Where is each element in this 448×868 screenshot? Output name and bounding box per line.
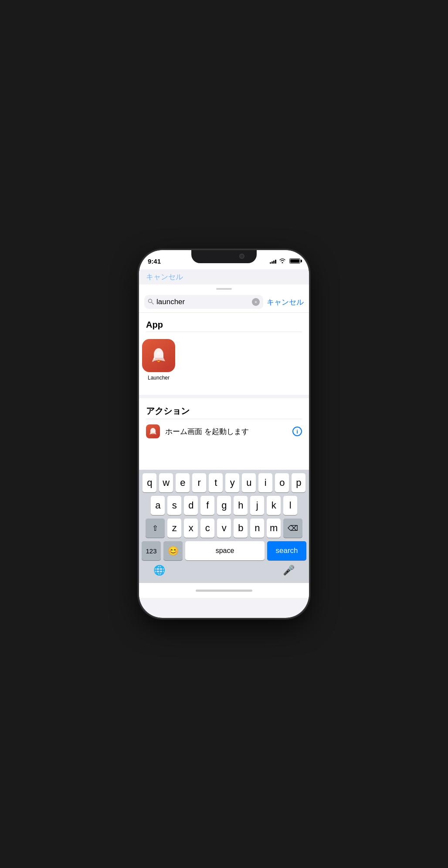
empty-area bbox=[139, 444, 309, 470]
status-time: 9:41 bbox=[148, 258, 161, 265]
launcher-app-name: Launcher bbox=[148, 375, 170, 381]
key-c[interactable]: c bbox=[200, 519, 214, 538]
search-icon bbox=[148, 298, 154, 306]
top-bar-blur: キャンセル bbox=[139, 269, 309, 285]
key-u[interactable]: u bbox=[242, 473, 256, 492]
key-r[interactable]: r bbox=[192, 473, 206, 492]
signal-icon bbox=[270, 258, 276, 264]
keyboard-row-3: ⇧ z x c v b n m ⌫ bbox=[140, 519, 308, 538]
action-section: アクション ホーム画面 を起動します i bbox=[139, 395, 309, 444]
keyboard-row-4: 123 😊 space search bbox=[140, 541, 308, 560]
key-d[interactable]: d bbox=[184, 496, 198, 515]
key-f[interactable]: f bbox=[200, 496, 214, 515]
globe-icon[interactable]: 🌐 bbox=[153, 565, 165, 576]
search-bar-container: launcher × キャンセル bbox=[139, 292, 309, 313]
key-x[interactable]: x bbox=[184, 519, 198, 538]
key-s[interactable]: s bbox=[167, 496, 181, 515]
cancel-button[interactable]: キャンセル bbox=[267, 297, 304, 307]
app-section: App bbox=[139, 313, 309, 388]
status-icons bbox=[270, 258, 300, 264]
action-result-0[interactable]: ホーム画面 を起動します i bbox=[139, 419, 309, 444]
svg-line-1 bbox=[152, 302, 153, 304]
phone-frame: 9:41 bbox=[139, 250, 309, 618]
action-info-button-0[interactable]: i bbox=[292, 427, 302, 436]
key-a[interactable]: a bbox=[151, 496, 165, 515]
search-input[interactable]: launcher bbox=[156, 298, 249, 306]
key-l[interactable]: l bbox=[283, 496, 297, 515]
key-g[interactable]: g bbox=[217, 496, 231, 515]
key-o[interactable]: o bbox=[275, 473, 289, 492]
main-content: App bbox=[139, 313, 309, 470]
key-q[interactable]: q bbox=[143, 473, 156, 492]
action-text-0: ホーム画面 を起動します bbox=[165, 427, 287, 437]
key-h[interactable]: h bbox=[234, 496, 248, 515]
key-y[interactable]: y bbox=[225, 473, 239, 492]
wifi-icon bbox=[279, 258, 286, 264]
key-t[interactable]: t bbox=[209, 473, 223, 492]
svg-point-4 bbox=[151, 433, 152, 434]
key-m[interactable]: m bbox=[267, 519, 281, 538]
home-indicator bbox=[139, 583, 309, 598]
key-i[interactable]: i bbox=[258, 473, 272, 492]
key-shift[interactable]: ⇧ bbox=[146, 519, 165, 538]
action-section-title: アクション bbox=[139, 398, 309, 419]
key-delete[interactable]: ⌫ bbox=[283, 519, 302, 538]
app-section-title: App bbox=[139, 313, 309, 332]
keyboard-row-2: a s d f g h j k l bbox=[140, 496, 308, 515]
handle-bar bbox=[216, 288, 232, 290]
app-result-launcher[interactable]: Launcher bbox=[139, 332, 178, 388]
clear-button[interactable]: × bbox=[252, 298, 260, 306]
key-123[interactable]: 123 bbox=[142, 541, 161, 560]
notch bbox=[191, 250, 257, 263]
keyboard-bottom: 🌐 🎤 bbox=[140, 562, 308, 581]
key-b[interactable]: b bbox=[234, 519, 248, 538]
keyboard-row-1: q w e r t y u i o p bbox=[140, 473, 308, 492]
launcher-app-icon[interactable] bbox=[142, 339, 175, 372]
phone-screen: 9:41 bbox=[139, 250, 309, 618]
key-space[interactable]: space bbox=[185, 541, 265, 560]
key-p[interactable]: p bbox=[292, 473, 305, 492]
key-w[interactable]: w bbox=[159, 473, 173, 492]
key-search[interactable]: search bbox=[267, 541, 306, 560]
key-v[interactable]: v bbox=[217, 519, 231, 538]
mic-icon[interactable]: 🎤 bbox=[283, 565, 295, 576]
svg-point-3 bbox=[153, 358, 155, 359]
battery-icon bbox=[289, 258, 300, 264]
key-j[interactable]: j bbox=[250, 496, 264, 515]
svg-point-2 bbox=[157, 352, 160, 355]
camera bbox=[239, 254, 244, 259]
key-emoji[interactable]: 😊 bbox=[163, 541, 183, 560]
home-bar bbox=[196, 590, 252, 592]
cancel-label-blur: キャンセル bbox=[146, 272, 183, 282]
action-launcher-icon bbox=[146, 424, 160, 438]
key-e[interactable]: e bbox=[176, 473, 190, 492]
sheet-handle bbox=[139, 285, 309, 292]
key-k[interactable]: k bbox=[267, 496, 281, 515]
search-input-wrapper[interactable]: launcher × bbox=[144, 295, 263, 309]
key-n[interactable]: n bbox=[250, 519, 264, 538]
key-z[interactable]: z bbox=[167, 519, 181, 538]
keyboard: q w e r t y u i o p a s d f g h j k bbox=[139, 470, 309, 583]
